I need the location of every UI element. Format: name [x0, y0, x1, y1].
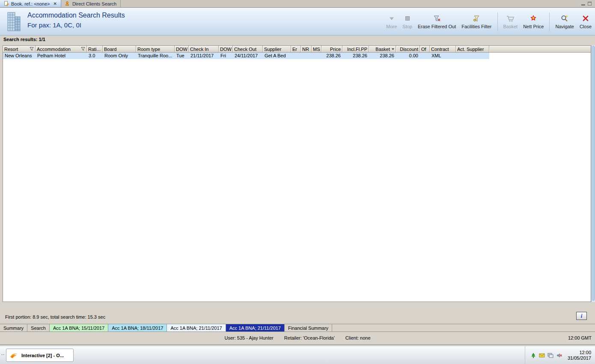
session-status-bar: User: 535 - Ajay Hunter Retailer: 'Ocean…	[0, 332, 595, 345]
col-ms[interactable]: MS	[312, 46, 321, 53]
tab-acc-15-11-2017[interactable]: Acc 1A BNA; 15/11/2017	[50, 324, 108, 331]
taskbar-app-button[interactable]: Interactive [2] - O...	[6, 349, 74, 362]
info-button[interactable]: i	[576, 312, 587, 320]
funnel-filter-icon[interactable]	[81, 47, 85, 52]
cell-accommodation: Pelham Hotel	[36, 53, 87, 59]
tab-acc-21-11-2017[interactable]: Acc 1A BNA; 21/11/2017	[167, 324, 226, 331]
stop-button[interactable]: Stop	[401, 13, 414, 30]
cell-basket: 238.26	[369, 53, 396, 59]
col-incl-fl-pp[interactable]: Incl.Fl.PP	[342, 46, 369, 53]
pax-subtitle: For pax: 1A, 0C, 0I	[27, 21, 81, 29]
tab-financial-summary[interactable]: Financial Summary	[285, 324, 332, 331]
col-filler	[489, 46, 591, 53]
taskbar-grip: ..	[1, 351, 5, 356]
sort-down-icon	[392, 48, 394, 50]
cell-resort: New Orleans	[3, 53, 36, 59]
cell-er	[291, 53, 301, 59]
booking-form-icon	[4, 1, 9, 7]
facilities-filter-button[interactable]: Facilities Filter	[460, 13, 493, 30]
tab-close-icon[interactable]: ✕	[54, 1, 57, 6]
cell-dow-in: Tue	[175, 53, 189, 59]
session-info: User: 535 - Ajay Hunter Retailer: 'Ocean…	[0, 335, 595, 340]
close-button[interactable]: Close	[578, 13, 593, 30]
col-supplier[interactable]: Supplier	[263, 46, 291, 53]
results-table: Resort Accommodation Rati... Board Room …	[3, 45, 591, 302]
cell-nr	[301, 53, 312, 59]
bottom-tab-bar: Summary Search Acc 1A BNA; 15/11/2017 Ac…	[0, 324, 595, 332]
col-act-supplier[interactable]: Act. Supplier	[456, 46, 489, 53]
search-results-count: Search results: 1/1	[3, 37, 45, 42]
clients-search-icon	[65, 1, 70, 7]
funnel-icon	[472, 14, 481, 23]
cell-discount: 0.00	[396, 53, 420, 59]
price-star-icon	[529, 14, 538, 23]
tab-label: Book. ref.: <none>	[11, 1, 50, 6]
col-accommodation[interactable]: Accommodation	[36, 46, 87, 53]
more-button[interactable]: More	[385, 13, 398, 30]
col-nr[interactable]: NR	[301, 46, 312, 53]
cell-supplier: Get A Bed	[263, 53, 291, 59]
col-board[interactable]: Board	[103, 46, 136, 53]
cell-rating: 3.0	[87, 53, 103, 59]
cell-check-in: 21/11/2017	[189, 53, 219, 59]
system-tray: 12:00 31/05/2017	[525, 346, 595, 364]
tray-date: 31/05/2017	[568, 355, 591, 361]
window-controls	[578, 0, 595, 7]
funnel-filter-icon[interactable]	[30, 47, 34, 52]
col-dow-out[interactable]: DOW	[219, 46, 233, 53]
col-price[interactable]: Price	[321, 46, 342, 53]
scrollbar-thumb[interactable]	[592, 46, 595, 301]
red-x-icon	[581, 14, 590, 23]
col-check-in[interactable]: Check In	[189, 46, 219, 53]
col-check-out[interactable]: Check Out	[233, 46, 263, 53]
vertical-scrollbar[interactable]	[591, 45, 595, 302]
table-header-row: Resort Accommodation Rati... Board Room …	[3, 46, 591, 53]
col-basket[interactable]: Basket	[369, 46, 396, 53]
col-er[interactable]: Er	[291, 46, 301, 53]
tab-direct-clients-search[interactable]: Direct Clients Search	[61, 0, 121, 7]
cell-ms	[312, 53, 321, 59]
tab-acc-18-11-2017[interactable]: Acc 1A BNA; 18/11/2017	[108, 324, 167, 331]
tab-summary[interactable]: Summary	[0, 324, 27, 331]
volume-muted-icon[interactable]	[556, 352, 562, 358]
basket-button[interactable]: Basket	[502, 13, 519, 30]
gmt-time: 12:00 GMT	[568, 335, 592, 340]
col-room-type[interactable]: Room type	[136, 46, 175, 53]
info-icon: i	[581, 313, 583, 320]
cell-of	[420, 53, 430, 59]
cell-price: 238.26	[321, 53, 342, 59]
cell-dow-out: Fri	[219, 53, 233, 59]
table-row[interactable]: New Orleans Pelham Hotel 3.0 Room Only T…	[3, 53, 489, 59]
erase-filtered-out-button[interactable]: Erase Filtered Out	[416, 13, 457, 30]
tray-time: 12:00	[568, 350, 591, 355]
retailer-label: Retailer: 'Ocean-Florida'	[284, 335, 335, 340]
taskbar-app-label: Interactive [2] - O...	[21, 353, 64, 358]
search-timing-status: First portion: 8.9 sec, total search tim…	[5, 314, 105, 320]
col-of[interactable]: Of	[420, 46, 430, 53]
nett-price-button[interactable]: Nett Price	[522, 13, 545, 30]
application-window: Book. ref.: <none> ✕ Direct Clients Sear…	[0, 0, 595, 364]
navigate-button[interactable]: Navigate	[554, 13, 575, 30]
windows-stack-icon[interactable]	[547, 352, 553, 358]
tab-search[interactable]: Search	[27, 324, 50, 331]
client-label: Client: none	[345, 335, 371, 340]
cell-board: Room Only	[103, 53, 136, 59]
erase-filter-icon	[433, 14, 441, 23]
tree-icon[interactable]	[530, 352, 536, 358]
interactive-logo-icon	[9, 352, 19, 359]
envelope-icon[interactable]	[539, 352, 545, 358]
cell-act-supplier	[456, 53, 489, 59]
col-discount[interactable]: Discount	[396, 46, 420, 53]
user-label: User: 535 - Ajay Hunter	[224, 335, 273, 340]
stop-square-icon	[403, 14, 412, 23]
maximize-icon[interactable]	[588, 2, 592, 6]
toolbar: More Stop Erase Filtered Out Facilities …	[385, 9, 593, 34]
col-contract[interactable]: Contract	[430, 46, 456, 53]
minimize-icon[interactable]	[581, 2, 585, 6]
col-resort[interactable]: Resort	[3, 46, 36, 53]
page-title: Accommodation Search Results	[27, 12, 125, 19]
tab-acc-21-11-2017-selected[interactable]: Acc 1A BNA; 21/11/2017	[226, 324, 285, 331]
col-dow-in[interactable]: DOW	[175, 46, 189, 53]
tab-booking-ref[interactable]: Book. ref.: <none> ✕	[0, 0, 61, 7]
col-rating[interactable]: Rati...	[87, 46, 103, 53]
